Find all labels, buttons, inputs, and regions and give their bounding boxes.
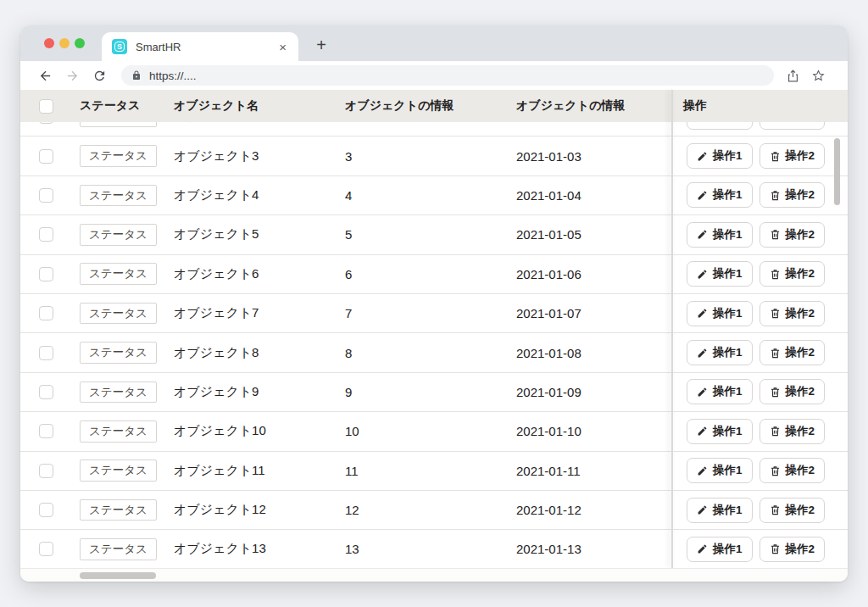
trash-icon: [770, 504, 781, 515]
new-tab-button[interactable]: +: [309, 32, 334, 58]
object-info-2-cell: 2021-01-06: [509, 267, 672, 281]
action2-button[interactable]: 操作2: [760, 143, 826, 169]
trash-icon: [770, 229, 781, 240]
window-zoom-button[interactable]: [75, 38, 85, 48]
browser-tab[interactable]: S SmartHR ×: [102, 32, 298, 61]
vertical-scrollbar[interactable]: [834, 138, 840, 205]
table-row: ステータス オブジェクト8 8 2021-01-08 操作1 操作2: [20, 333, 848, 372]
row-checkbox[interactable]: [39, 188, 53, 203]
object-name-cell: オブジェクト13: [168, 541, 338, 557]
row-checkbox[interactable]: [39, 346, 53, 360]
pencil-icon: [697, 269, 708, 280]
object-info-2-cell: 2021-01-09: [509, 385, 672, 399]
action2-button[interactable]: 操作2: [760, 301, 826, 326]
action1-button[interactable]: 操作1: [687, 340, 753, 365]
forward-icon[interactable]: [64, 67, 81, 84]
action1-button[interactable]: 操作1: [687, 498, 753, 523]
status-badge: ステータス: [80, 538, 157, 560]
row-checkbox[interactable]: [39, 227, 53, 242]
row-checkbox[interactable]: [39, 267, 53, 281]
action2-label: 操作2: [786, 266, 815, 281]
trash-icon: [770, 543, 781, 554]
action2-label: 操作2: [786, 345, 815, 360]
browser-window: S SmartHR × + https://.... ステータス オブジェクト名…: [20, 25, 848, 582]
row-checkbox[interactable]: [39, 306, 53, 320]
trash-icon: [770, 151, 781, 162]
header-status: ステータス: [73, 98, 168, 114]
window-close-button[interactable]: [44, 38, 54, 48]
action1-button[interactable]: 操作1: [687, 379, 753, 404]
action2-button[interactable]: 操作2: [760, 379, 826, 404]
reload-icon[interactable]: [91, 67, 108, 84]
object-info-2-cell: 2021-01-03: [509, 149, 672, 164]
row-checkbox[interactable]: [39, 542, 53, 556]
action1-button[interactable]: 操作1: [687, 182, 753, 208]
action2-button[interactable]: 操作2: [760, 261, 826, 287]
status-badge: ステータス: [80, 499, 157, 521]
object-name-cell: オブジェクト8: [168, 345, 338, 361]
row-checkbox[interactable]: [39, 122, 53, 124]
action2-label: 操作2: [786, 384, 815, 399]
object-info-1-cell: 7: [338, 306, 509, 320]
object-info-2-cell: 2021-01-12: [509, 503, 672, 517]
table-row: ステータス オブジェクト5 5 2021-01-05 操作1 操作2: [20, 215, 848, 254]
row-checkbox[interactable]: [39, 503, 53, 517]
back-icon[interactable]: [36, 67, 53, 84]
action2-button[interactable]: 操作2: [760, 537, 826, 562]
bookmark-star-icon[interactable]: [811, 69, 826, 83]
row-checkbox[interactable]: [39, 464, 53, 478]
action1-button[interactable]: 操作1: [687, 537, 753, 562]
action2-label: 操作2: [786, 122, 815, 125]
pencil-icon: [697, 151, 708, 162]
action1-button[interactable]: 操作1: [687, 261, 753, 287]
header-object-info-1: オブジェクトの情報: [338, 98, 509, 114]
status-badge: ステータス: [80, 224, 157, 246]
action1-button[interactable]: 操作1: [687, 419, 753, 444]
row-checkbox[interactable]: [39, 424, 53, 438]
status-badge: ステータス: [80, 420, 157, 443]
tab-title: SmartHR: [136, 41, 277, 53]
url-input[interactable]: https://....: [121, 65, 774, 86]
trash-icon: [770, 308, 781, 319]
action2-button[interactable]: 操作2: [760, 122, 826, 130]
action2-button[interactable]: 操作2: [760, 182, 826, 208]
status-badge: ステータス: [80, 342, 157, 364]
table-row: ステータス オブジェクト6 6 2021-01-06 操作1 操作2: [20, 255, 848, 294]
object-info-1-cell: 6: [338, 267, 509, 281]
pencil-icon: [697, 426, 708, 437]
action2-label: 操作2: [786, 463, 815, 478]
select-all-checkbox[interactable]: [39, 99, 53, 114]
tab-close-icon[interactable]: ×: [277, 40, 288, 54]
action1-button[interactable]: 操作1: [687, 458, 753, 483]
pencil-icon: [697, 387, 708, 398]
action2-label: 操作2: [786, 424, 815, 439]
object-info-1-cell: 2: [338, 122, 509, 124]
window-minimize-button[interactable]: [59, 38, 70, 48]
action2-label: 操作2: [786, 542, 815, 557]
trash-icon: [770, 465, 781, 476]
address-bar: https://....: [20, 61, 848, 90]
action1-label: 操作1: [713, 187, 743, 203]
action1-button[interactable]: 操作1: [687, 143, 753, 169]
action2-button[interactable]: 操作2: [760, 419, 826, 444]
action2-button[interactable]: 操作2: [760, 340, 826, 365]
action1-button[interactable]: 操作1: [687, 222, 753, 248]
action2-button[interactable]: 操作2: [760, 458, 826, 483]
row-checkbox[interactable]: [39, 385, 53, 399]
lock-icon: [131, 70, 142, 81]
object-info-2-cell: 2021-01-02: [509, 122, 672, 124]
horizontal-scrollbar[interactable]: [80, 572, 156, 579]
header-actions: 操作: [672, 98, 848, 114]
action2-button[interactable]: 操作2: [760, 222, 826, 248]
table-row: ステータス オブジェクト13 13 2021-01-13 操作1 操作2: [20, 530, 848, 568]
action2-label: 操作2: [786, 306, 815, 321]
action2-label: 操作2: [786, 148, 815, 164]
row-checkbox[interactable]: [39, 149, 53, 164]
action2-button[interactable]: 操作2: [760, 498, 826, 523]
table-row: ステータス オブジェクト9 9 2021-01-09 操作1 操作2: [20, 373, 848, 412]
action1-button[interactable]: 操作1: [687, 301, 753, 326]
status-badge: ステータス: [80, 185, 157, 207]
action1-button[interactable]: 操作1: [687, 122, 753, 130]
horizontal-scrollbar-track: [20, 568, 848, 582]
share-icon[interactable]: [786, 69, 800, 83]
